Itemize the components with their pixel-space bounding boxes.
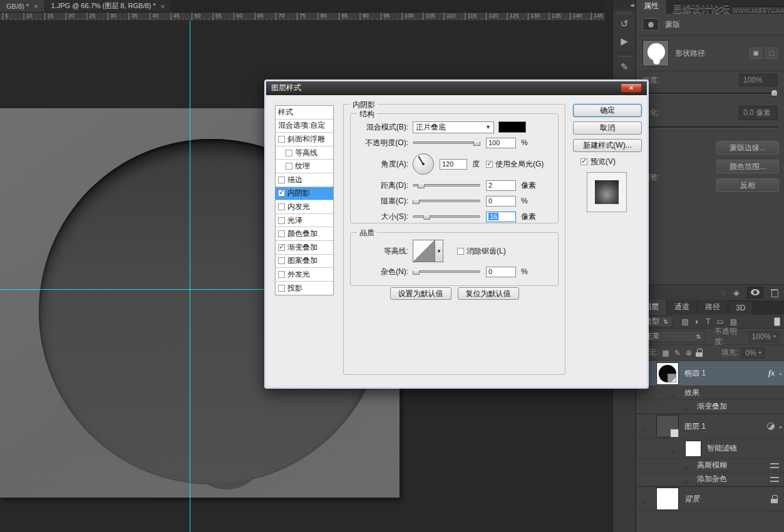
collapse-panels-icon[interactable]: ◂◂ [613, 0, 636, 10]
size-slider[interactable] [413, 213, 480, 220]
delete-mask-trash-icon[interactable] [771, 289, 778, 297]
distance-slider[interactable] [413, 182, 480, 189]
collapse-effects-icon[interactable]: ▲ [778, 424, 783, 429]
color-range-button[interactable]: 颜色范围... [716, 160, 779, 173]
lock-position-icon[interactable]: ⊕ [686, 349, 692, 357]
close-icon[interactable]: × [621, 83, 642, 93]
blend-mode-dropdown[interactable]: 正常⇅ [641, 330, 704, 342]
filtering-toggle[interactable] [774, 317, 780, 326]
global-light-checkbox[interactable] [486, 161, 493, 168]
horizontal-ruler[interactable]: 5101520253035404550556065707580859095100… [0, 13, 605, 21]
distance-input[interactable]: 2 [486, 180, 516, 191]
layer-name[interactable]: 渐变叠加 [697, 401, 727, 412]
layer-row-2[interactable]: 渐变叠加 [636, 400, 784, 414]
layers-tab-2[interactable]: 路径 [698, 300, 728, 315]
opacity-slider[interactable] [413, 139, 480, 146]
style-checkbox[interactable] [278, 244, 285, 251]
anti-alias-checkbox[interactable] [457, 248, 464, 255]
layer-name[interactable]: 背景 [684, 494, 699, 504]
apply-mask-icon[interactable]: ◈ [733, 288, 740, 297]
filter-type-layers-icon[interactable]: T [706, 317, 710, 326]
layer-thumbnail[interactable] [656, 362, 679, 385]
style-item-0[interactable]: 样式 [276, 106, 333, 120]
style-item-2[interactable]: 斜面和浮雕 [276, 133, 333, 146]
style-checkbox[interactable] [278, 217, 285, 224]
invert-button[interactable]: 反相 [716, 178, 779, 192]
disable-mask-eye-icon[interactable] [747, 287, 763, 299]
fx-icon[interactable]: fx [768, 369, 775, 378]
cancel-button[interactable]: 取消 [573, 121, 642, 135]
add-mask-icon[interactable]: ▣ [750, 48, 762, 59]
make-default-button[interactable]: 设置为默认值 [390, 287, 451, 300]
load-selection-icon[interactable]: ◌ [721, 288, 726, 297]
angle-input[interactable]: 120 [440, 159, 467, 170]
contour-picker[interactable] [413, 240, 435, 262]
style-item-7[interactable]: 内发光 [276, 200, 333, 214]
shape-path-thumbnail[interactable] [642, 40, 669, 66]
layer-row-0[interactable]: 椭圆 1fx▲ [636, 361, 784, 386]
mask-edge-button[interactable]: 蒙版边缘... [716, 141, 779, 155]
style-checkbox[interactable] [286, 150, 292, 156]
opacity-input[interactable]: 100 [486, 138, 516, 148]
actions-panel-icon[interactable]: ▶ [616, 34, 632, 49]
style-checkbox[interactable] [278, 176, 285, 183]
tab-properties[interactable]: 属性 [636, 0, 667, 14]
feather-value[interactable]: 0.0 像素 [739, 106, 778, 120]
layer-name[interactable]: 智能滤镜 [707, 443, 737, 454]
filter-smart-objects-icon[interactable]: ▤ [730, 317, 737, 326]
collapse-effects-icon[interactable]: ▲ [778, 371, 783, 376]
style-checkbox[interactable] [278, 203, 285, 210]
fill-dropdown[interactable]: 0%▾ [742, 347, 764, 359]
blend-mode-select[interactable]: 正片叠底▼ [413, 121, 494, 133]
style-checkbox[interactable] [278, 230, 285, 237]
style-item-4[interactable]: 纹理 [276, 160, 333, 173]
choke-input[interactable]: 0 [486, 196, 516, 207]
ok-button[interactable]: 确定 [573, 104, 642, 117]
style-item-12[interactable]: 外发光 [276, 268, 333, 282]
layer-name[interactable]: 椭圆 1 [684, 368, 706, 379]
document-tab-0[interactable]: GB/8) *× [0, 0, 45, 12]
layers-tab-3[interactable]: 3D [728, 302, 753, 315]
lock-transparency-icon[interactable]: ▦ [662, 349, 669, 357]
shadow-color-swatch[interactable] [498, 121, 526, 133]
style-item-9[interactable]: 颜色叠加 [276, 227, 333, 241]
tab-close-icon[interactable]: × [34, 3, 38, 10]
density-slider[interactable] [642, 93, 778, 95]
angle-dial[interactable] [413, 153, 434, 175]
style-checkbox[interactable] [286, 163, 292, 170]
filter-shape-layers-icon[interactable]: ▭ [716, 317, 723, 326]
lock-pixels-icon[interactable]: ✎ [674, 349, 681, 357]
preview-checkbox[interactable] [580, 158, 587, 165]
noise-slider[interactable] [413, 268, 480, 275]
filter-blending-options-icon[interactable] [770, 463, 779, 469]
style-checkbox[interactable] [278, 285, 285, 292]
layer-name[interactable]: 效果 [684, 387, 699, 398]
brush-presets-panel-icon[interactable]: ✎ [616, 59, 632, 74]
style-item-10[interactable]: 渐变叠加 [276, 241, 333, 255]
choke-slider[interactable] [413, 197, 480, 205]
filter-adjustment-layers-icon[interactable]: ◐ [695, 317, 699, 326]
layer-name[interactable]: 图层 1 [684, 421, 706, 432]
layer-row-6[interactable]: 添加杂色 [636, 473, 784, 486]
layer-thumbnail[interactable] [685, 441, 701, 457]
style-item-1[interactable]: 混合选项:自定 [276, 120, 333, 133]
size-input[interactable]: 16 [486, 212, 516, 222]
new-style-button[interactable]: 新建样式(W)... [573, 139, 642, 152]
document-tab-1[interactable]: 1.JPG @ 66.7% (图层 8, RGB/8) *× [45, 0, 172, 12]
noise-input[interactable]: 0 [486, 267, 516, 277]
style-checkbox[interactable] [278, 271, 285, 278]
layer-name[interactable]: 高斯模糊 [697, 460, 727, 471]
vector-mask-icon[interactable]: ⬚ [765, 48, 778, 59]
style-item-13[interactable]: 投影 [276, 282, 333, 295]
layer-row-4[interactable]: 智能滤镜 [636, 439, 784, 459]
tab-close-icon[interactable]: × [161, 3, 165, 10]
feather-slider[interactable] [642, 126, 778, 128]
layer-row-5[interactable]: 高斯模糊 [636, 459, 784, 473]
layer-thumbnail[interactable] [656, 415, 679, 437]
style-checkbox[interactable] [278, 136, 285, 143]
filter-pixel-layers-icon[interactable]: ▨ [682, 317, 689, 326]
opacity-dropdown[interactable]: 100%▾ [748, 331, 779, 342]
density-value[interactable]: 100% [739, 74, 778, 86]
layers-tab-1[interactable]: 通道 [667, 300, 698, 315]
layer-row-3[interactable]: 图层 1▲ [636, 414, 784, 439]
